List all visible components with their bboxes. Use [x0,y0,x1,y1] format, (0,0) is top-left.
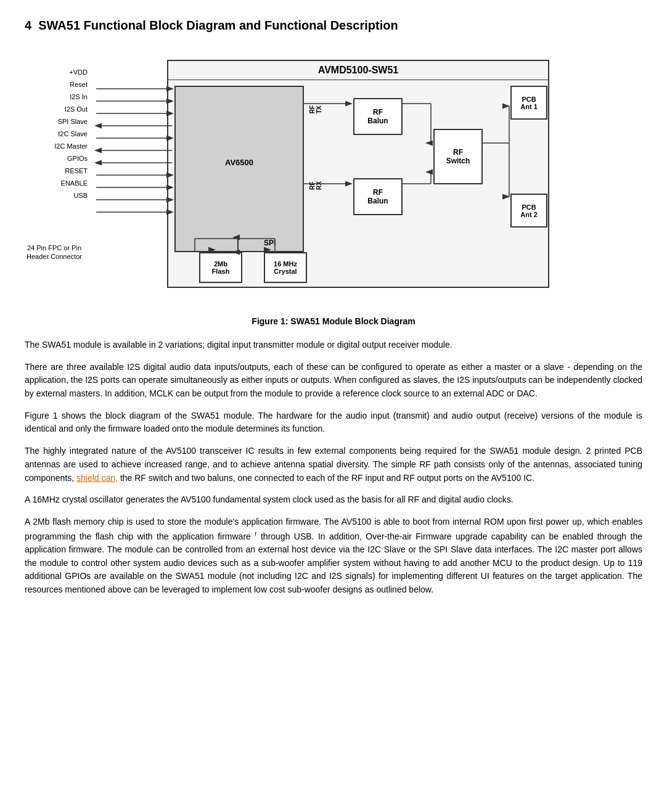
rf-balun-bottom: RFBalun [353,178,403,215]
paragraph-1: The SWA51 module is available in 2 varia… [25,338,642,352]
signal-usb: USB [19,189,90,202]
section-number: 4 [25,18,31,32]
crystal-box: 16 MHzCrystal [264,252,307,283]
main-module-box: AVMD5100-SW51 AV6500 RFTX RFRX RFBalun R… [167,60,549,288]
signal-enable: ENABLE [19,177,90,189]
flash-box: 2MbFlash [199,252,242,283]
signal-i2c-master: I2C Master [19,140,90,152]
superscript-r: r [255,530,256,537]
paragraph-6: A 2Mb flash memory chip is used to store… [25,515,642,597]
signal-reset2: RESET [19,165,90,177]
figure-caption: Figure 1: SWA51 Module Block Diagram [25,316,642,326]
section-title: 4 SWA51 Functional Block Diagram and Fun… [25,18,642,33]
rfrx-label: RFRX [309,181,322,190]
section-heading-text: SWA51 Functional Block Diagram and Funct… [38,18,398,32]
signal-gpios: GPIOs [19,152,90,165]
signal-i2s-out: I2S Out [19,103,90,115]
signal-vdd: +VDD [19,66,90,78]
paragraph-3: Figure 1 shows the block diagram of the … [25,409,642,436]
signal-reset: Reset [19,78,90,91]
spi-label: SPI [264,239,276,247]
av6500-box: AV6500 [174,86,304,252]
pcb-ant2-box: PCBAnt 2 [510,194,547,228]
rf-balun-top: RFBalun [353,98,403,135]
rf-switch-box: RFSwitch [433,129,483,184]
av6500-label: AV6500 [176,158,303,167]
signal-i2c-slave: I2C Slave [19,128,90,140]
paragraph-4: The highly integrated nature of the AV51… [25,445,642,485]
paragraph-5: A 16MHz crystal oscillator generates the… [25,493,642,507]
shield-can-link[interactable]: shield can, [76,473,118,483]
paragraph-2: There are three available I2S digital au… [25,361,642,401]
diagram-outer: AVMD5100-SW51 AV6500 RFTX RFRX RFBalun R… [93,47,574,306]
signal-spi-slave: SPI Slave [19,115,90,128]
diagram-container: AVMD5100-SW51 AV6500 RFTX RFRX RFBalun R… [25,47,642,306]
signal-i2s-in: I2S In [19,91,90,103]
fpc-label: 24 Pin FPC or PinHeader Connector [20,244,88,261]
rftx-label: RFTX [309,105,322,113]
main-module-title: AVMD5100-SW51 [168,61,548,80]
signal-labels: +VDD Reset I2S In I2S Out SPI Slave I2C … [19,66,90,202]
pcb-ant1-box: PCBAnt 1 [510,86,547,120]
